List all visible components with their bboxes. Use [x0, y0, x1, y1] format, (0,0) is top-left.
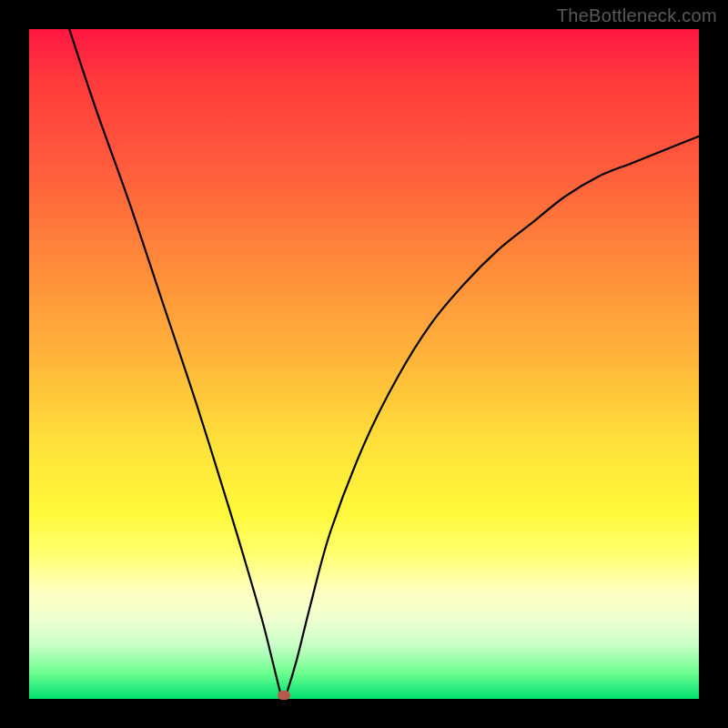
- bottleneck-curve: [29, 29, 699, 699]
- optimal-point-marker: [278, 691, 290, 700]
- watermark-text: TheBottleneck.com: [557, 5, 717, 26]
- chart-frame: TheBottleneck.com: [0, 0, 728, 728]
